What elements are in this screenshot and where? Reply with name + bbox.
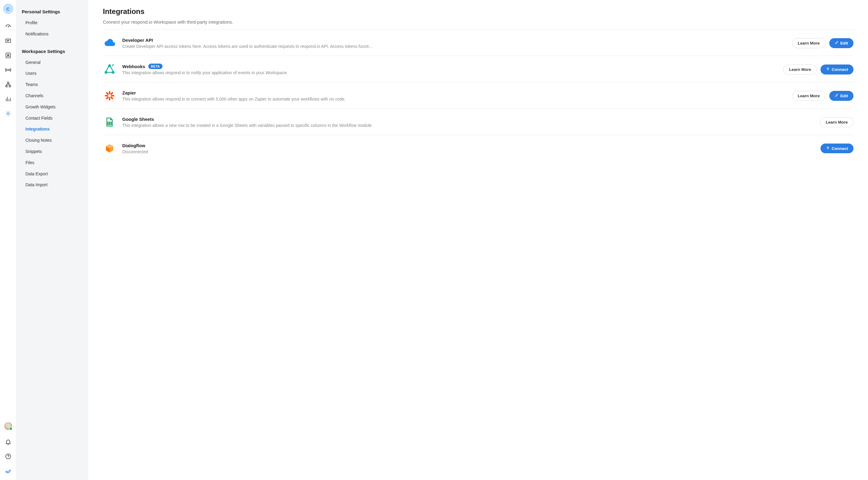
- rail-broadcast[interactable]: [0, 63, 17, 78]
- sidebar-item-teams[interactable]: Teams: [17, 79, 88, 90]
- brand-logo: [5, 464, 11, 480]
- rail-contacts[interactable]: [0, 49, 17, 63]
- integration-row-webhooks: Webhooks BETA This integration allows re…: [103, 56, 854, 82]
- connect-button[interactable]: Connect: [820, 144, 854, 153]
- settings-sidebar: Personal Settings Profile Notifications …: [17, 0, 88, 480]
- dialogflow-icon: [103, 142, 116, 155]
- svg-point-3: [7, 54, 9, 55]
- rail-workflows[interactable]: [0, 78, 17, 92]
- workspace-avatar[interactable]: C: [3, 4, 13, 14]
- sidebar-item-profile[interactable]: Profile: [17, 17, 88, 28]
- rail-notifications[interactable]: [0, 435, 17, 449]
- integration-title: Zapier: [122, 90, 136, 95]
- integration-row-zapier: Zapier This integration allows respond.i…: [103, 82, 854, 109]
- bell-icon: [5, 439, 11, 446]
- integration-title: Webhooks: [122, 64, 145, 69]
- svg-rect-18: [110, 92, 114, 95]
- plug-icon: [826, 67, 830, 72]
- connect-button[interactable]: Connect: [820, 64, 854, 74]
- svg-point-4: [7, 69, 9, 70]
- integration-row-google-sheets: Google Sheets This integration allows a …: [103, 109, 854, 135]
- learn-more-button[interactable]: Learn More: [792, 91, 826, 101]
- svg-point-0: [7, 26, 8, 27]
- svg-rect-1: [5, 39, 10, 42]
- svg-rect-20: [105, 92, 109, 95]
- svg-rect-7: [9, 85, 10, 87]
- message-icon: [5, 37, 11, 45]
- rail-dashboard[interactable]: [0, 19, 17, 34]
- integration-row-dialogflow: Dialogflow Disconnected Connect: [103, 135, 854, 161]
- cloud-icon: [103, 36, 116, 50]
- integration-desc: This integration allows respond.io to co…: [122, 97, 786, 101]
- sidebar-item-general[interactable]: General: [17, 57, 88, 68]
- user-avatar[interactable]: [4, 422, 12, 430]
- beta-badge: BETA: [148, 64, 162, 69]
- sidebar-item-users[interactable]: Users: [17, 68, 88, 79]
- sidebar-item-notifications[interactable]: Notifications: [17, 28, 88, 40]
- sidebar-item-closing-notes[interactable]: Closing Notes: [17, 135, 88, 146]
- help-icon: [5, 453, 11, 461]
- sidebar-section-workspace: Workspace Settings: [17, 44, 88, 57]
- sidebar-item-contact-fields[interactable]: Contact Fields: [17, 113, 88, 124]
- sidebar-item-data-import[interactable]: Data Import: [17, 179, 88, 190]
- pencil-icon: [835, 93, 839, 98]
- integration-row-developer-api: Developer API Create Developer API acces…: [103, 30, 854, 56]
- learn-more-button[interactable]: Learn More: [783, 64, 817, 74]
- sidebar-item-snippets[interactable]: Snippets: [17, 146, 88, 157]
- pencil-icon: [835, 40, 839, 46]
- edit-button[interactable]: Edit: [829, 38, 854, 48]
- sidebar-item-growth-widgets[interactable]: Growth Widgets: [17, 101, 88, 113]
- sheets-icon: [103, 115, 116, 129]
- integration-desc: This integration allows a new row to be …: [122, 123, 814, 128]
- plug-icon: [826, 146, 830, 151]
- integration-title: Google Sheets: [122, 117, 154, 122]
- integration-desc: This integration allows respond.io to no…: [122, 70, 777, 75]
- contact-icon: [5, 52, 11, 60]
- sidebar-item-files[interactable]: Files: [17, 157, 88, 169]
- svg-point-11: [108, 65, 111, 67]
- page-title: Integrations: [103, 7, 854, 16]
- integration-desc: Disconnected: [122, 149, 814, 154]
- sidebar-item-data-export[interactable]: Data Export: [17, 169, 88, 180]
- icon-rail: C: [0, 0, 17, 480]
- rail-settings[interactable]: [0, 107, 17, 121]
- sidebar-item-integrations[interactable]: Integrations: [17, 124, 88, 135]
- webhooks-icon: [103, 63, 116, 76]
- svg-rect-5: [7, 82, 9, 83]
- sidebar-section-personal: Personal Settings: [17, 5, 88, 17]
- broadcast-icon: [5, 67, 11, 74]
- svg-rect-16: [105, 95, 108, 97]
- main-content: Integrations Connect your respond.io Wor…: [88, 0, 868, 480]
- learn-more-button[interactable]: Learn More: [820, 117, 854, 127]
- zapier-icon: [103, 89, 116, 102]
- integration-title: Dialogflow: [122, 143, 145, 148]
- rail-reports[interactable]: [0, 92, 17, 107]
- svg-rect-17: [111, 95, 115, 97]
- svg-point-8: [7, 113, 9, 115]
- svg-rect-15: [109, 97, 111, 100]
- integration-title: Developer API: [122, 37, 153, 43]
- sidebar-item-channels[interactable]: Channels: [17, 90, 88, 101]
- workflow-icon: [5, 81, 11, 89]
- page-subtitle: Connect your respond.io Workspace with t…: [103, 19, 854, 25]
- svg-point-12: [105, 71, 107, 73]
- edit-button[interactable]: Edit: [829, 91, 854, 101]
- rail-help[interactable]: [0, 449, 17, 464]
- gauge-icon: [5, 23, 11, 31]
- learn-more-button[interactable]: Learn More: [792, 38, 826, 48]
- svg-rect-21: [110, 96, 114, 100]
- integration-desc: Create Developer API access tokens here.…: [122, 44, 786, 49]
- rail-inbox[interactable]: [0, 34, 17, 49]
- svg-point-13: [112, 71, 114, 73]
- svg-rect-14: [109, 91, 111, 94]
- svg-rect-6: [5, 85, 7, 87]
- gear-icon: [5, 110, 11, 118]
- svg-rect-19: [105, 96, 109, 100]
- svg-point-10: [8, 457, 8, 458]
- bar-chart-icon: [5, 96, 11, 103]
